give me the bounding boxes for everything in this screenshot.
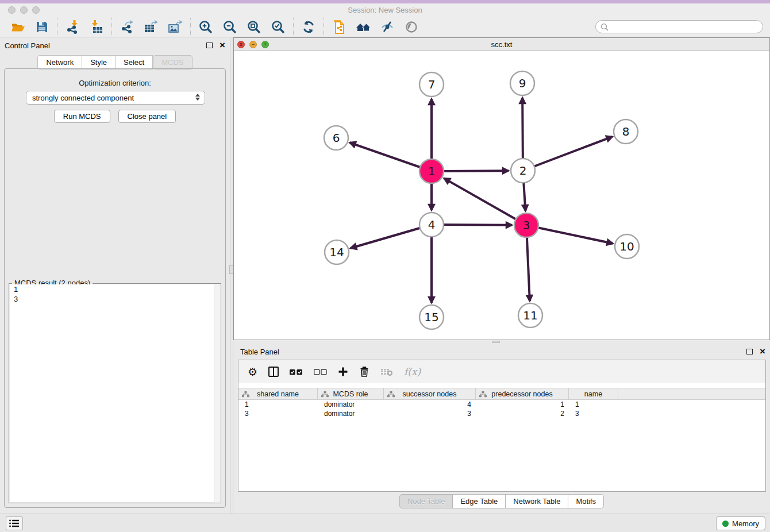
search-input[interactable] [611,23,758,31]
table-tab-edge-table[interactable]: Edge Table [453,494,506,508]
refresh-layout-button[interactable] [297,18,321,36]
delete-column-trash-icon[interactable] [359,366,369,377]
export-image-button[interactable] [163,18,187,36]
zoom-out-button[interactable] [218,18,242,36]
export-table-button[interactable] [139,18,163,36]
control-tab-style[interactable]: Style [82,55,116,70]
houses-button[interactable] [351,18,375,36]
svg-text:2: 2 [519,164,527,178]
table-panel-header: Table Panel × [233,344,770,360]
column-header-name[interactable]: name [569,388,618,399]
graph-edge-3-10[interactable] [526,225,613,244]
network-document-icon [332,19,346,35]
open-session-button[interactable] [6,18,30,36]
mcds-result-list: 13 [10,284,220,502]
graph-edge-2-8[interactable] [523,137,613,171]
table-row[interactable]: 1dominator411 [238,400,765,409]
memory-status-dot [722,521,729,527]
export-table-icon [143,20,159,34]
memory-button[interactable]: Memory [716,516,765,530]
node-table: shared nameMCDS rolesuccessor nodesprede… [238,388,765,491]
list-icon [9,518,20,529]
import-network-button[interactable] [60,18,84,36]
graph-node-11[interactable]: 11 [518,303,542,327]
split-view-icon[interactable] [268,367,279,377]
close-panel-button[interactable]: Close panel [118,110,176,123]
table-tab-motifs[interactable]: Motifs [568,494,604,508]
gear-icon[interactable]: ⚙ [248,367,257,377]
column-header-MCDS-role[interactable]: MCDS role [318,388,384,399]
column-header-successor-nodes[interactable]: successor nodes [384,388,476,399]
toolbar-separator [293,18,294,36]
graph-node-4[interactable]: 4 [419,213,444,237]
result-scrollbar[interactable] [214,284,221,503]
svg-text:6: 6 [333,131,340,145]
export-network-icon [120,20,134,34]
table-tab-network-table[interactable]: Network Table [506,494,568,508]
column-header-shared-name[interactable]: shared name [238,388,318,399]
delete-table-icon[interactable] [380,367,393,376]
close-panel-icon[interactable]: × [220,43,225,48]
table-header-row: shared nameMCDS rolesuccessor nodesprede… [238,388,765,400]
graph-node-14[interactable]: 14 [325,240,349,264]
hierarchy-icon [242,391,249,398]
graph-node-1[interactable]: 1 [419,159,444,183]
control-panel-title: Control Panel [5,41,50,50]
graph-node-8[interactable]: 8 [614,119,638,144]
splitter-handle[interactable] [492,341,500,343]
graph-edge-3-1[interactable] [444,178,526,225]
graph-node-2[interactable]: 2 [511,159,535,183]
zoom-in-icon [198,20,213,34]
menu-list-button[interactable] [6,516,23,530]
zoom-fit-icon [247,20,261,34]
table-tab-node-table[interactable]: Node Table [399,494,453,508]
control-panel-header: Control Panel × [0,37,230,53]
show-graphics-button[interactable] [399,18,424,36]
optimization-criterion-label: Optimization criterion: [5,79,225,87]
window-titlebar: Session: New Session [0,3,770,17]
table-panel-tabs: Node TableEdge TableNetwork TableMotifs [233,494,770,508]
import-table-icon [89,20,104,34]
graph-node-3[interactable]: 3 [514,213,538,237]
import-table-button[interactable] [84,18,109,36]
deselect-all-icon[interactable] [314,369,327,375]
toolbar-search-box[interactable] [595,20,763,33]
float-panel-icon[interactable] [746,349,753,354]
zoom-in-button[interactable] [194,18,218,36]
graph-node-9[interactable]: 9 [510,71,534,95]
control-tab-select[interactable]: Select [116,55,153,70]
run-mcds-button[interactable]: Run MCDS [54,110,110,123]
graph-node-7[interactable]: 7 [419,72,444,97]
control-tab-mcds[interactable]: MCDS [153,55,192,70]
graph-node-15[interactable]: 15 [419,305,444,329]
graph-edge-1-6[interactable] [350,142,432,171]
graph-node-6[interactable]: 6 [324,126,348,150]
graph-node-10[interactable]: 10 [615,234,639,259]
select-all-icon[interactable] [290,369,303,375]
add-column-icon[interactable] [338,367,348,377]
network-view-window: x – + scc.txt 7968124314101511 [233,37,770,340]
hide-graphics-button[interactable] [375,18,399,36]
save-session-button[interactable] [30,18,54,36]
network-document-button[interactable] [327,18,351,36]
table-row[interactable]: 3dominator323 [238,409,765,418]
window-title: Session: New Session [0,6,770,14]
zoom-out-icon [222,20,237,34]
optimization-criterion-select[interactable]: strongly connected component [26,91,205,105]
close-panel-icon[interactable]: × [760,349,765,354]
export-image-icon [167,20,183,34]
mcds-result-item[interactable]: 1 [10,284,220,294]
column-header-predecessor-nodes[interactable]: predecessor nodes [476,388,569,399]
main-toolbar [0,17,770,37]
zoom-selected-button[interactable] [266,18,290,36]
zoom-selected-icon [271,20,286,34]
mcds-result-item[interactable]: 3 [10,294,220,304]
float-panel-icon[interactable] [206,43,213,48]
zoom-fit-button[interactable] [242,18,266,36]
control-tab-network[interactable]: Network [37,55,82,70]
network-canvas[interactable]: 7968124314101511 [234,51,769,340]
export-network-button[interactable] [115,18,139,36]
function-builder-icon[interactable]: f(x) [404,366,421,377]
cell-name: 1 [569,400,618,408]
network-window-title: scc.txt [234,40,769,49]
